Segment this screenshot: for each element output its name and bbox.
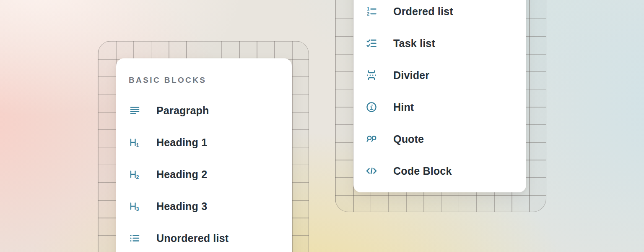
quote-icon [366, 133, 377, 145]
paragraph-icon [129, 105, 140, 116]
menu-item-heading-3[interactable]: 3Heading 3 [129, 190, 292, 222]
menu-item-label: Divider [393, 69, 429, 81]
menu-item-label: Heading 3 [156, 200, 207, 213]
heading-1-icon: 1 [129, 136, 140, 148]
menu-item-heading-2[interactable]: 2Heading 2 [129, 158, 292, 190]
menu-item-label: Quote [393, 133, 424, 145]
hint-icon [366, 101, 377, 113]
editor-insert-menu-illustration: BASIC BLOCKS Paragraph 1Heading 1 2Headi… [0, 0, 644, 252]
ordered-list-icon: 1 2 [366, 5, 377, 17]
code-block-icon [366, 165, 377, 177]
menu-item-task-list[interactable]: Task list [366, 27, 526, 59]
menu-item-code-block[interactable]: Code Block [366, 155, 526, 187]
menu-item-label: Code Block [393, 165, 452, 177]
menu-item-unordered-list[interactable]: Unordered list [129, 222, 292, 252]
task-list-icon [366, 37, 377, 49]
menu-item-hint[interactable]: Hint [366, 91, 526, 123]
svg-text:3: 3 [136, 206, 139, 212]
menu-item-label: Heading 1 [156, 136, 207, 149]
divider-icon [366, 69, 377, 81]
menu-item-label: Paragraph [156, 105, 209, 117]
menu-item-paragraph[interactable]: Paragraph [129, 94, 292, 126]
menu-item-label: Unordered list [156, 232, 229, 244]
svg-text:2: 2 [367, 11, 369, 16]
heading-2-icon: 2 [129, 168, 140, 180]
menu-item-label: Heading 2 [156, 168, 207, 181]
menu-item-label: Task list [393, 37, 435, 50]
menu-item-quote[interactable]: Quote [366, 123, 526, 155]
basic-blocks-list: Paragraph 1Heading 1 2Heading 2 3Heading… [129, 94, 292, 252]
basic-blocks-section-label: BASIC BLOCKS [129, 75, 292, 85]
basic-blocks-menu-card: BASIC BLOCKS Paragraph 1Heading 1 2Headi… [116, 58, 292, 252]
svg-text:1: 1 [367, 6, 369, 11]
unordered-list-icon [129, 232, 140, 244]
blocks-list-continued: 1 2 Ordered list Task list Divider Hint … [366, 0, 526, 187]
menu-item-label: Hint [393, 101, 414, 113]
menu-item-label: Ordered list [393, 5, 453, 18]
svg-text:1: 1 [136, 142, 139, 148]
menu-item-ordered-list[interactable]: 1 2 Ordered list [366, 0, 526, 27]
menu-item-heading-1[interactable]: 1Heading 1 [129, 126, 292, 158]
blocks-menu-card-continued: 1 2 Ordered list Task list Divider Hint … [353, 0, 526, 192]
menu-item-divider[interactable]: Divider [366, 59, 526, 91]
svg-text:2: 2 [136, 174, 139, 180]
heading-3-icon: 3 [129, 200, 140, 212]
